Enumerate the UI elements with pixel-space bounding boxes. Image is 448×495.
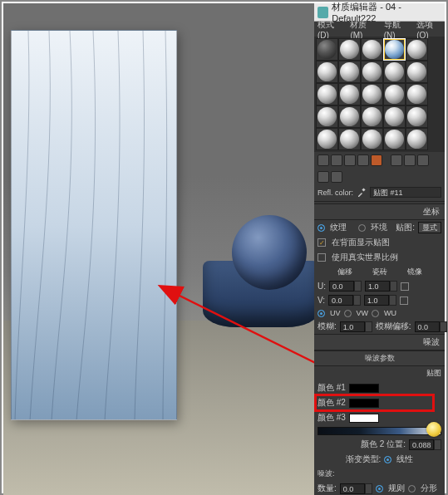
material-slot[interactable] xyxy=(338,128,361,150)
spinner-icon[interactable] xyxy=(389,295,396,306)
material-slot[interactable] xyxy=(338,61,361,83)
material-slot[interactable] xyxy=(383,128,406,150)
spinner-icon[interactable] xyxy=(440,321,447,332)
show-behind-check[interactable]: ✓ xyxy=(318,238,326,247)
tool-icon[interactable] xyxy=(357,154,369,166)
menu-navigate[interactable]: 导航(N) xyxy=(384,19,408,40)
env-radio[interactable] xyxy=(358,224,366,232)
gradtype-label: 渐变类型: xyxy=(346,453,382,465)
noise-header[interactable]: 噪波 xyxy=(314,334,445,350)
amount-label: 数量: xyxy=(318,483,337,494)
material-slot[interactable] xyxy=(361,83,383,105)
color2-label: 颜色 #2 xyxy=(318,397,346,409)
coord-header[interactable]: 坐标 xyxy=(314,203,445,220)
v-mirror-check[interactable] xyxy=(400,297,408,305)
vw-radio[interactable] xyxy=(344,310,352,317)
tool-icon[interactable] xyxy=(344,154,356,166)
material-slot[interactable] xyxy=(361,38,383,61)
material-slot[interactable] xyxy=(383,105,406,128)
texture-radio[interactable] xyxy=(318,224,325,232)
material-slot[interactable] xyxy=(383,83,406,105)
color1-label: 颜色 #1 xyxy=(318,382,346,394)
render-viewport[interactable] xyxy=(3,3,318,495)
material-slot[interactable] xyxy=(338,38,361,61)
vw-label: VW xyxy=(357,309,369,317)
color3-swatch[interactable] xyxy=(349,414,379,423)
spinner-icon[interactable] xyxy=(390,281,397,292)
spinner-icon[interactable] xyxy=(365,321,372,332)
material-slot[interactable] xyxy=(383,61,406,83)
color2-swatch[interactable] xyxy=(349,399,379,408)
menu-options[interactable]: 选项(O) xyxy=(416,19,441,40)
spinner-icon[interactable] xyxy=(354,281,362,292)
u-tile[interactable]: 1.0 xyxy=(365,281,390,292)
material-slot[interactable] xyxy=(338,105,361,128)
v-tile[interactable]: 1.0 xyxy=(364,295,389,306)
amount-value[interactable]: 0.0 xyxy=(340,483,365,494)
real-world-check[interactable] xyxy=(318,253,326,262)
material-editor-panel: 材质编辑器 - 04 - Default222 模式(D) 材质(M) 导航(N… xyxy=(314,3,445,495)
material-slot[interactable] xyxy=(338,83,361,105)
material-slot[interactable] xyxy=(406,61,428,83)
noise-params-header[interactable]: 噪波参数 xyxy=(314,350,445,366)
tool-icon[interactable] xyxy=(404,154,416,166)
menu-material[interactable]: 材质(M) xyxy=(350,19,375,40)
linear-radio[interactable] xyxy=(384,456,391,463)
material-slot[interactable] xyxy=(316,128,338,150)
offset-header: 偏移 xyxy=(337,267,369,277)
spinner-icon[interactable] xyxy=(353,295,361,306)
blur-label: 模糊: xyxy=(318,321,337,332)
toolbar-row-2 xyxy=(314,169,445,185)
eyedropper-icon[interactable] xyxy=(357,188,367,198)
pos2-label: 颜色 2 位置: xyxy=(361,439,406,450)
spinner-icon[interactable] xyxy=(365,483,372,494)
bluroff-value[interactable]: 0.0 xyxy=(415,321,440,332)
material-slot[interactable] xyxy=(406,128,428,150)
wu-radio[interactable] xyxy=(372,310,379,317)
tool-icon[interactable] xyxy=(331,171,342,183)
material-slot[interactable] xyxy=(361,61,383,83)
bluroff-label: 模糊偏移: xyxy=(376,321,411,332)
material-slot[interactable] xyxy=(361,128,383,150)
regular-label: 规则 xyxy=(388,483,405,494)
tool-icon[interactable] xyxy=(391,154,402,166)
delete-icon[interactable] xyxy=(371,154,382,166)
material-slot[interactable] xyxy=(316,105,338,128)
cursor-highlight-icon xyxy=(426,422,441,437)
mirror-header: 镜像 xyxy=(407,267,422,277)
material-slot[interactable] xyxy=(361,105,383,128)
fractal-label: 分形 xyxy=(421,483,437,494)
material-slot[interactable] xyxy=(406,83,428,105)
material-slot[interactable] xyxy=(316,38,338,61)
pos2-value[interactable]: 0.088 xyxy=(409,439,434,450)
uv-radio[interactable] xyxy=(318,310,325,317)
map-name-field[interactable]: 贴图 #11 xyxy=(370,187,441,198)
svg-rect-2 xyxy=(362,188,365,191)
tool-icon[interactable] xyxy=(331,154,342,166)
tool-icon[interactable] xyxy=(318,154,329,166)
toolbar-row-1 xyxy=(314,152,445,169)
gradient-preview[interactable] xyxy=(318,427,441,435)
v-offset[interactable]: 0.0 xyxy=(328,295,353,306)
fractal-radio[interactable] xyxy=(408,485,416,493)
wu-label: WU xyxy=(384,309,396,317)
color1-swatch[interactable] xyxy=(349,384,379,393)
material-slot[interactable] xyxy=(406,38,428,61)
map-type-dropdown[interactable]: 显式 xyxy=(418,222,441,233)
material-slot[interactable] xyxy=(316,83,338,105)
menu-mode[interactable]: 模式(D) xyxy=(318,19,342,40)
u-mirror-check[interactable] xyxy=(401,282,409,291)
spinner-icon[interactable] xyxy=(434,439,441,450)
material-slot[interactable] xyxy=(316,61,338,83)
tool-icon[interactable] xyxy=(318,171,329,183)
blur-value[interactable]: 1.0 xyxy=(340,321,365,332)
app-icon xyxy=(318,7,328,18)
material-slot[interactable] xyxy=(406,105,428,128)
u-offset[interactable]: 0.0 xyxy=(329,281,354,292)
tool-icon[interactable] xyxy=(417,154,429,166)
tile-header: 瓷砖 xyxy=(372,267,404,277)
maps-label: 贴图 xyxy=(426,368,441,379)
regular-radio[interactable] xyxy=(376,485,383,493)
menubar: 模式(D) 材质(M) 导航(N) 选项(O) xyxy=(314,22,445,37)
material-slot-selected[interactable] xyxy=(383,38,406,61)
